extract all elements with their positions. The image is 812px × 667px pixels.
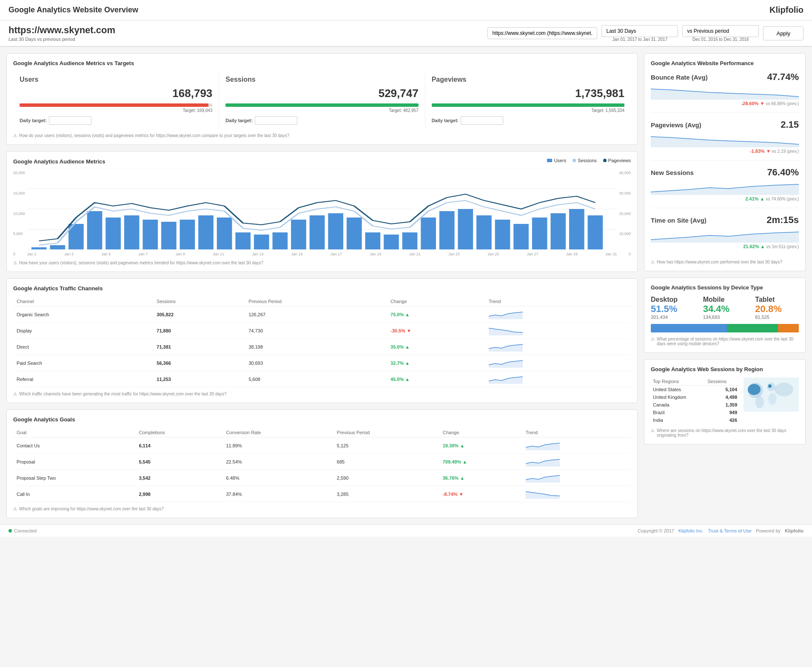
tablet-label: Tablet	[755, 296, 799, 303]
goals-row: Call In 2,998 37.84% 3,285 -8.74% ▼	[13, 486, 631, 502]
pageviews-progress-bg	[432, 103, 624, 107]
y-right-label: 30,000	[619, 191, 631, 195]
col-sessions: Sessions	[705, 378, 739, 386]
company-link[interactable]: Klipfolio Inc.	[678, 528, 704, 533]
perf-sparkline	[651, 132, 799, 147]
site-info: https://www.skynet.com Last 30 Days vs p…	[9, 25, 483, 42]
region-name: Brazil	[651, 409, 705, 416]
channel-sessions: 11,253	[153, 371, 245, 387]
sessions-daily-label: Daily target:	[225, 118, 253, 123]
sessions-value: 529,747	[225, 87, 418, 100]
chart-legend: Users Sessions Pageviews	[547, 158, 631, 163]
legend-pageviews-icon	[603, 159, 607, 162]
perf-metric-value: 2m:15s	[766, 215, 799, 226]
goals-row: Contact Us 6,114 11.89% 5,125 19.30% ▲	[13, 438, 631, 454]
channel-trend	[485, 306, 631, 323]
performance-metrics: Bounce Rate (Avg) 47.74% -28.60% ▼ vs 66…	[651, 72, 799, 255]
footer-right: Copyright © 2017 Klipfolio Inc. Trust & …	[638, 528, 803, 533]
regions-header-row: Top Regions Sessions	[651, 378, 739, 386]
chart-svg-container: Jan 1Jan 3Jan 5Jan 7Jan 9Jan 11Jan 13Jan…	[27, 169, 617, 256]
perf-prev-value: vs 66.88% (prev.)	[766, 101, 799, 106]
users-value: 168,793	[20, 87, 212, 100]
performance-metric-item: Pageviews (Avg) 2.15 -1.83% ▼ vs 2.19 (p…	[651, 119, 799, 160]
mobile-label: Mobile	[703, 296, 747, 303]
region-sessions: 5,104	[705, 386, 739, 394]
users-daily-target: Daily target:	[20, 116, 212, 125]
legend-sessions-label: Sessions	[578, 158, 597, 163]
regions-title: Google Analytics Web Sessions by Region	[651, 366, 799, 372]
svg-rect-10	[124, 215, 139, 249]
y-right-label: 0	[619, 252, 631, 256]
traffic-row: Organic Search 305,822 126,267 75.0% ▲	[13, 306, 631, 323]
goal-prev: 685	[333, 454, 439, 470]
date-range-select[interactable]: Last 30 Days	[601, 25, 678, 37]
goal-name: Proposal	[13, 454, 135, 470]
channel-prev: 30,693	[245, 355, 387, 371]
perf-metric-change: 21.62% ▲ vs 1m:51s (prev.)	[651, 244, 799, 249]
channel-name: Organic Search	[13, 306, 153, 323]
traffic-row: Direct 71,381 38,198 35.0% ▲	[13, 339, 631, 355]
apply-button[interactable]: Apply	[763, 26, 803, 40]
goals-row: Proposal 5,545 22.54% 685 709.49% ▲	[13, 454, 631, 470]
chart-svg	[27, 169, 617, 249]
copyright-text: Copyright © 2017	[638, 528, 674, 533]
channel-prev: 38,198	[245, 339, 387, 355]
desktop-label: Desktop	[651, 296, 695, 303]
users-target: Target: 169,043	[20, 108, 212, 113]
users-daily-input[interactable]	[49, 116, 91, 125]
goal-trend	[522, 486, 631, 502]
svg-point-42	[748, 384, 761, 395]
devices-hint: ⚠ What percentage of sessions on https:/…	[651, 337, 799, 346]
goal-name: Call In	[13, 486, 135, 502]
channel-trend	[485, 355, 631, 371]
hint-icon: ⚠	[13, 133, 17, 138]
svg-rect-21	[328, 213, 343, 249]
mobile-count: 134,693	[703, 315, 747, 320]
mobile-bar	[727, 324, 778, 332]
chart-card: Google Analytics Audience Metrics Users …	[6, 151, 638, 272]
goal-change: 36.76% ▲	[439, 470, 522, 486]
regions-row: India 426	[651, 416, 739, 424]
col-completions: Completions	[135, 428, 222, 438]
svg-rect-26	[421, 218, 436, 249]
channel-trend	[485, 339, 631, 355]
url-select-wrapper: https://www.skynet.com (https://www.skyn…	[487, 27, 597, 39]
sessions-progress-fill	[225, 103, 418, 107]
site-url: https://www.skynet.com	[9, 25, 483, 36]
pageviews-label: Pageviews	[432, 76, 624, 83]
channel-sessions: 71,880	[153, 323, 245, 339]
pageviews-daily-input[interactable]	[461, 116, 503, 125]
sessions-daily-input[interactable]	[255, 116, 297, 125]
goals-card: Google Analytics Goals Goal Completions …	[6, 409, 638, 518]
audience-metrics-card: Google Analytics Audience Metrics vs Tar…	[6, 53, 638, 145]
url-select[interactable]: https://www.skynet.com (https://www.skyn…	[487, 27, 597, 39]
svg-point-40	[768, 393, 777, 405]
col-prev: Previous Period	[245, 297, 387, 306]
goals-hint-icon: ⚠	[13, 507, 17, 511]
channel-prev: 74,730	[245, 323, 387, 339]
svg-rect-6	[50, 245, 65, 249]
goal-completions: 6,114	[135, 438, 222, 454]
goals-row: Proposal Step Two 3,542 6.48% 2,590 36.7…	[13, 470, 631, 486]
page-title: Google Analytics Website Overview	[9, 6, 138, 14]
users-progress-bg	[20, 103, 212, 107]
pageviews-progress: Target: 1,565,334	[432, 103, 624, 113]
goal-prev: 2,590	[333, 470, 439, 486]
right-panel: Google Analytics Website Performance Bou…	[644, 53, 806, 518]
toolbar: https://www.skynet.com Last 30 Days vs p…	[0, 20, 812, 47]
goal-name: Proposal Step Two	[13, 470, 135, 486]
perf-sparkline	[651, 228, 799, 243]
y-right-label: 10,000	[619, 232, 631, 236]
region-sessions: 1,359	[705, 401, 739, 409]
goal-rate: 11.89%	[222, 438, 333, 454]
chart-hint: ⚠ How have your users (visitors), sessio…	[13, 261, 631, 265]
y-label: 20,000	[13, 171, 25, 175]
left-panel: Google Analytics Audience Metrics vs Tar…	[6, 53, 638, 518]
compare-select[interactable]: vs Previous period	[682, 25, 759, 37]
svg-rect-12	[161, 222, 177, 249]
svg-rect-25	[402, 232, 417, 249]
trust-link[interactable]: Trust & Terms of Use	[708, 528, 752, 533]
region-sessions: 949	[705, 409, 739, 416]
pageviews-daily-label: Daily target:	[432, 118, 459, 123]
desktop-count: 201,434	[651, 315, 695, 320]
